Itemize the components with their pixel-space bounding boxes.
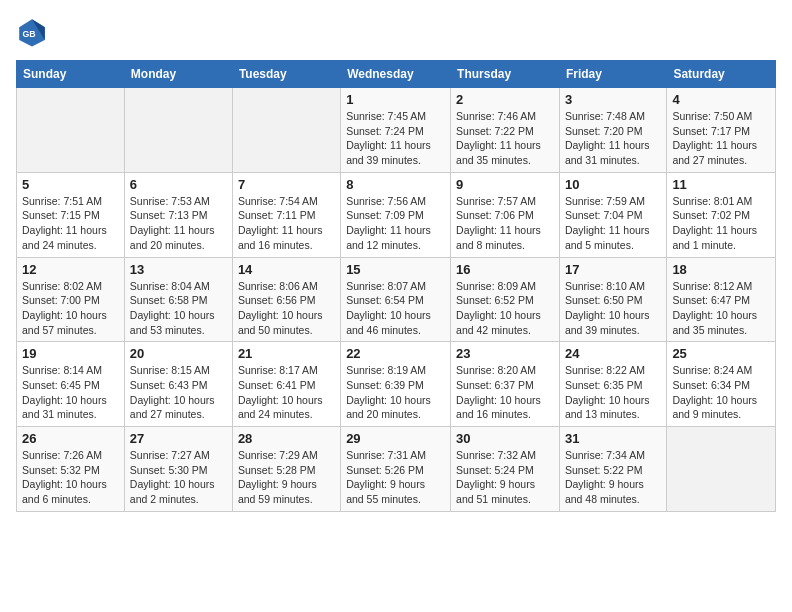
day-detail: Sunrise: 8:20 AMSunset: 6:37 PMDaylight:… xyxy=(456,363,554,422)
day-number: 24 xyxy=(565,346,661,361)
day-number: 1 xyxy=(346,92,445,107)
weekday-header-thursday: Thursday xyxy=(451,61,560,88)
day-number: 26 xyxy=(22,431,119,446)
calendar-cell: 9Sunrise: 7:57 AMSunset: 7:06 PMDaylight… xyxy=(451,172,560,257)
calendar-cell: 5Sunrise: 7:51 AMSunset: 7:15 PMDaylight… xyxy=(17,172,125,257)
calendar-cell: 21Sunrise: 8:17 AMSunset: 6:41 PMDayligh… xyxy=(232,342,340,427)
day-detail: Sunrise: 7:48 AMSunset: 7:20 PMDaylight:… xyxy=(565,109,661,168)
weekday-header-monday: Monday xyxy=(124,61,232,88)
calendar-cell: 18Sunrise: 8:12 AMSunset: 6:47 PMDayligh… xyxy=(667,257,776,342)
calendar-cell: 22Sunrise: 8:19 AMSunset: 6:39 PMDayligh… xyxy=(341,342,451,427)
day-number: 4 xyxy=(672,92,770,107)
day-detail: Sunrise: 8:09 AMSunset: 6:52 PMDaylight:… xyxy=(456,279,554,338)
calendar-cell: 2Sunrise: 7:46 AMSunset: 7:22 PMDaylight… xyxy=(451,88,560,173)
day-detail: Sunrise: 8:15 AMSunset: 6:43 PMDaylight:… xyxy=(130,363,227,422)
day-detail: Sunrise: 8:01 AMSunset: 7:02 PMDaylight:… xyxy=(672,194,770,253)
calendar-cell: 10Sunrise: 7:59 AMSunset: 7:04 PMDayligh… xyxy=(559,172,666,257)
calendar-cell: 25Sunrise: 8:24 AMSunset: 6:34 PMDayligh… xyxy=(667,342,776,427)
weekday-header-tuesday: Tuesday xyxy=(232,61,340,88)
day-number: 13 xyxy=(130,262,227,277)
calendar-cell: 26Sunrise: 7:26 AMSunset: 5:32 PMDayligh… xyxy=(17,427,125,512)
calendar-cell xyxy=(232,88,340,173)
calendar-cell: 29Sunrise: 7:31 AMSunset: 5:26 PMDayligh… xyxy=(341,427,451,512)
weekday-header-wednesday: Wednesday xyxy=(341,61,451,88)
day-detail: Sunrise: 7:54 AMSunset: 7:11 PMDaylight:… xyxy=(238,194,335,253)
calendar-cell: 24Sunrise: 8:22 AMSunset: 6:35 PMDayligh… xyxy=(559,342,666,427)
day-detail: Sunrise: 7:27 AMSunset: 5:30 PMDaylight:… xyxy=(130,448,227,507)
day-number: 11 xyxy=(672,177,770,192)
logo: GB xyxy=(16,16,52,48)
day-number: 29 xyxy=(346,431,445,446)
day-number: 22 xyxy=(346,346,445,361)
day-detail: Sunrise: 8:14 AMSunset: 6:45 PMDaylight:… xyxy=(22,363,119,422)
calendar-week-3: 19Sunrise: 8:14 AMSunset: 6:45 PMDayligh… xyxy=(17,342,776,427)
svg-text:GB: GB xyxy=(22,29,35,39)
day-number: 5 xyxy=(22,177,119,192)
calendar-cell: 31Sunrise: 7:34 AMSunset: 5:22 PMDayligh… xyxy=(559,427,666,512)
day-detail: Sunrise: 8:24 AMSunset: 6:34 PMDaylight:… xyxy=(672,363,770,422)
day-number: 12 xyxy=(22,262,119,277)
day-number: 3 xyxy=(565,92,661,107)
calendar-cell: 23Sunrise: 8:20 AMSunset: 6:37 PMDayligh… xyxy=(451,342,560,427)
day-number: 16 xyxy=(456,262,554,277)
calendar-cell: 11Sunrise: 8:01 AMSunset: 7:02 PMDayligh… xyxy=(667,172,776,257)
day-detail: Sunrise: 7:56 AMSunset: 7:09 PMDaylight:… xyxy=(346,194,445,253)
calendar-cell xyxy=(667,427,776,512)
weekday-header-sunday: Sunday xyxy=(17,61,125,88)
day-number: 27 xyxy=(130,431,227,446)
day-detail: Sunrise: 7:50 AMSunset: 7:17 PMDaylight:… xyxy=(672,109,770,168)
calendar-cell: 20Sunrise: 8:15 AMSunset: 6:43 PMDayligh… xyxy=(124,342,232,427)
day-detail: Sunrise: 8:02 AMSunset: 7:00 PMDaylight:… xyxy=(22,279,119,338)
calendar-week-2: 12Sunrise: 8:02 AMSunset: 7:00 PMDayligh… xyxy=(17,257,776,342)
day-detail: Sunrise: 8:10 AMSunset: 6:50 PMDaylight:… xyxy=(565,279,661,338)
day-number: 19 xyxy=(22,346,119,361)
day-detail: Sunrise: 7:31 AMSunset: 5:26 PMDaylight:… xyxy=(346,448,445,507)
day-number: 17 xyxy=(565,262,661,277)
day-number: 28 xyxy=(238,431,335,446)
page-header: GB xyxy=(16,16,776,48)
calendar-cell xyxy=(124,88,232,173)
calendar-cell: 1Sunrise: 7:45 AMSunset: 7:24 PMDaylight… xyxy=(341,88,451,173)
day-detail: Sunrise: 8:19 AMSunset: 6:39 PMDaylight:… xyxy=(346,363,445,422)
day-detail: Sunrise: 8:17 AMSunset: 6:41 PMDaylight:… xyxy=(238,363,335,422)
calendar-cell: 16Sunrise: 8:09 AMSunset: 6:52 PMDayligh… xyxy=(451,257,560,342)
day-detail: Sunrise: 8:12 AMSunset: 6:47 PMDaylight:… xyxy=(672,279,770,338)
calendar-table: SundayMondayTuesdayWednesdayThursdayFrid… xyxy=(16,60,776,512)
calendar-week-4: 26Sunrise: 7:26 AMSunset: 5:32 PMDayligh… xyxy=(17,427,776,512)
day-detail: Sunrise: 7:59 AMSunset: 7:04 PMDaylight:… xyxy=(565,194,661,253)
calendar-cell: 13Sunrise: 8:04 AMSunset: 6:58 PMDayligh… xyxy=(124,257,232,342)
day-detail: Sunrise: 7:32 AMSunset: 5:24 PMDaylight:… xyxy=(456,448,554,507)
weekday-header-saturday: Saturday xyxy=(667,61,776,88)
day-number: 6 xyxy=(130,177,227,192)
calendar-cell: 17Sunrise: 8:10 AMSunset: 6:50 PMDayligh… xyxy=(559,257,666,342)
day-detail: Sunrise: 7:53 AMSunset: 7:13 PMDaylight:… xyxy=(130,194,227,253)
calendar-cell: 3Sunrise: 7:48 AMSunset: 7:20 PMDaylight… xyxy=(559,88,666,173)
day-detail: Sunrise: 8:07 AMSunset: 6:54 PMDaylight:… xyxy=(346,279,445,338)
calendar-cell: 6Sunrise: 7:53 AMSunset: 7:13 PMDaylight… xyxy=(124,172,232,257)
day-detail: Sunrise: 8:22 AMSunset: 6:35 PMDaylight:… xyxy=(565,363,661,422)
day-number: 31 xyxy=(565,431,661,446)
day-detail: Sunrise: 8:04 AMSunset: 6:58 PMDaylight:… xyxy=(130,279,227,338)
day-detail: Sunrise: 7:57 AMSunset: 7:06 PMDaylight:… xyxy=(456,194,554,253)
logo-icon: GB xyxy=(16,16,48,48)
calendar-week-1: 5Sunrise: 7:51 AMSunset: 7:15 PMDaylight… xyxy=(17,172,776,257)
day-detail: Sunrise: 7:29 AMSunset: 5:28 PMDaylight:… xyxy=(238,448,335,507)
day-detail: Sunrise: 8:06 AMSunset: 6:56 PMDaylight:… xyxy=(238,279,335,338)
day-detail: Sunrise: 7:34 AMSunset: 5:22 PMDaylight:… xyxy=(565,448,661,507)
day-number: 30 xyxy=(456,431,554,446)
calendar-cell: 14Sunrise: 8:06 AMSunset: 6:56 PMDayligh… xyxy=(232,257,340,342)
day-detail: Sunrise: 7:46 AMSunset: 7:22 PMDaylight:… xyxy=(456,109,554,168)
day-number: 20 xyxy=(130,346,227,361)
day-detail: Sunrise: 7:26 AMSunset: 5:32 PMDaylight:… xyxy=(22,448,119,507)
day-number: 23 xyxy=(456,346,554,361)
calendar-cell: 15Sunrise: 8:07 AMSunset: 6:54 PMDayligh… xyxy=(341,257,451,342)
day-detail: Sunrise: 7:45 AMSunset: 7:24 PMDaylight:… xyxy=(346,109,445,168)
day-number: 9 xyxy=(456,177,554,192)
calendar-cell: 27Sunrise: 7:27 AMSunset: 5:30 PMDayligh… xyxy=(124,427,232,512)
day-number: 14 xyxy=(238,262,335,277)
day-number: 10 xyxy=(565,177,661,192)
weekday-header-friday: Friday xyxy=(559,61,666,88)
day-number: 7 xyxy=(238,177,335,192)
day-number: 21 xyxy=(238,346,335,361)
weekday-header-row: SundayMondayTuesdayWednesdayThursdayFrid… xyxy=(17,61,776,88)
